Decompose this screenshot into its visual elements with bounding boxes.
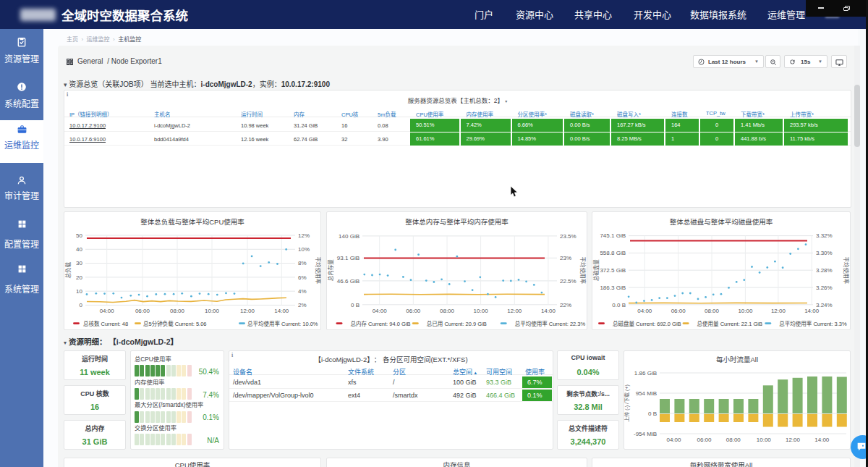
svg-text:40: 40 <box>76 246 82 253</box>
svg-text:22%: 22% <box>560 302 571 308</box>
svg-text:上传 (-) /下载 (+): 上传 (-) /下载 (+) <box>624 384 630 422</box>
svg-text:93.1 GiB: 93.1 GiB <box>337 255 359 261</box>
svg-text:3.26%: 3.26% <box>816 285 833 291</box>
svg-text:总平均使用率 Current: 10.0%: 总平均使用率 Current: 10.0% <box>247 320 318 327</box>
svg-text:06:00: 06:00 <box>135 308 150 314</box>
svg-text:14:00: 14:00 <box>541 308 556 314</box>
svg-text:总内存 Current: 94.0 GiB: 总内存 Current: 94.0 GiB <box>351 320 411 327</box>
svg-text:10:00: 10:00 <box>474 308 489 314</box>
svg-text:平均使用率: 平均使用率 <box>579 257 587 285</box>
svg-text:12:00: 12:00 <box>786 437 801 443</box>
svg-text:12:00: 12:00 <box>507 308 522 314</box>
svg-text:04:00: 04:00 <box>100 308 115 314</box>
svg-text:总已用 Current: 20.9 GiB: 总已用 Current: 20.9 GiB <box>427 320 487 327</box>
svg-text:4%: 4% <box>298 288 307 295</box>
svg-text:6%: 6% <box>298 274 307 281</box>
svg-text:30: 30 <box>76 260 82 266</box>
svg-text:23.5%: 23.5% <box>560 233 576 240</box>
svg-text:14:00: 14:00 <box>804 308 820 314</box>
svg-text:12:00: 12:00 <box>240 308 255 314</box>
svg-text:06:00: 06:00 <box>697 437 712 443</box>
svg-text:04:00: 04:00 <box>373 308 388 314</box>
svg-text:总平均使用率 Current: 3.3%: 总平均使用率 Current: 3.3% <box>779 320 847 327</box>
svg-text:04:00: 04:00 <box>637 308 652 314</box>
svg-text:08:00: 08:00 <box>440 308 455 314</box>
svg-text:08:00: 08:00 <box>170 308 185 314</box>
svg-text:10: 10 <box>76 288 82 295</box>
svg-text:2%: 2% <box>298 302 307 308</box>
svg-text:总核数 Current: 48: 总核数 Current: 48 <box>83 320 128 327</box>
svg-text:745.1 GiB: 745.1 GiB <box>600 232 626 239</box>
svg-text:10:00: 10:00 <box>205 308 220 314</box>
svg-text:954 MiB: 954 MiB <box>636 390 657 397</box>
svg-text:总5分钟负载 Current: 5.06: 总5分钟负载 Current: 5.06 <box>143 320 207 327</box>
svg-text:3.32%: 3.32% <box>816 232 833 239</box>
svg-text:10%: 10% <box>298 246 310 253</box>
svg-text:08:00: 08:00 <box>726 437 741 443</box>
svg-text:平均使用率: 平均使用率 <box>843 256 850 284</box>
svg-text:0.0 B: 0.0 B <box>612 302 626 308</box>
svg-text:3.28%: 3.28% <box>816 267 833 274</box>
svg-text:总内存量: 总内存量 <box>327 259 334 281</box>
svg-text:46.6 GiB: 46.6 GiB <box>337 278 359 285</box>
svg-text:12%: 12% <box>298 232 310 239</box>
svg-text:总磁盘量 Current: 692.0 GiB: 总磁盘量 Current: 692.0 GiB <box>613 320 681 327</box>
svg-text:08:00: 08:00 <box>705 308 720 314</box>
svg-text:186.3 GiB: 186.3 GiB <box>600 285 626 291</box>
svg-text:总负载: 总负载 <box>64 261 72 278</box>
svg-text:06:00: 06:00 <box>671 308 686 314</box>
svg-text:372.5 GiB: 372.5 GiB <box>600 267 626 274</box>
svg-text:20: 20 <box>76 274 82 281</box>
svg-text:558.8 GiB: 558.8 GiB <box>600 250 626 256</box>
svg-text:23%: 23% <box>560 255 571 261</box>
svg-text:3.30%: 3.30% <box>816 250 833 256</box>
svg-text:06:00: 06:00 <box>406 308 421 314</box>
svg-text:0 B: 0 B <box>648 411 657 417</box>
svg-text:1.86 GiB: 1.86 GiB <box>634 370 657 376</box>
svg-text:总磁盘量: 总磁盘量 <box>592 259 600 281</box>
svg-text:50: 50 <box>76 232 82 239</box>
svg-text:总使用量 Current: 22.1 GiB: 总使用量 Current: 22.1 GiB <box>697 320 762 327</box>
svg-text:8%: 8% <box>298 260 307 266</box>
svg-text:10:00: 10:00 <box>738 308 753 314</box>
svg-text:0 B: 0 B <box>351 302 359 308</box>
svg-text:14:00: 14:00 <box>814 437 830 443</box>
svg-text:04:00: 04:00 <box>666 437 681 443</box>
svg-text:10:00: 10:00 <box>757 437 772 443</box>
svg-text:0: 0 <box>80 302 83 308</box>
svg-text:140 GiB: 140 GiB <box>339 233 359 240</box>
svg-text:-954 MiB: -954 MiB <box>634 431 657 437</box>
svg-text:12:00: 12:00 <box>771 308 786 314</box>
svg-text:平均使用率: 平均使用率 <box>315 256 321 284</box>
svg-text:总平均使用率 Current: 22.3%: 总平均使用率 Current: 22.3% <box>515 320 586 327</box>
svg-text:14:00: 14:00 <box>274 308 289 314</box>
svg-text:22.5%: 22.5% <box>560 278 576 285</box>
